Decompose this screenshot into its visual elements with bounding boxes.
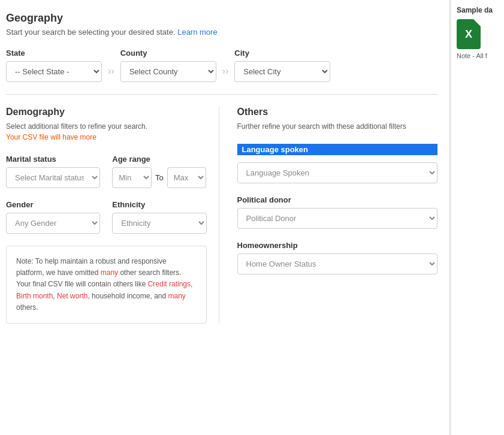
learn-more-link[interactable]: Learn more (177, 28, 217, 37)
excel-letter: X (465, 28, 472, 41)
age-range-label: Age range (112, 155, 206, 164)
note-many1: many (101, 268, 118, 277)
homeownership-label: Homeownership (237, 241, 438, 250)
left-panel: Geography Start your search be selecting… (0, 0, 450, 435)
note-all-label: Note - All f (457, 52, 498, 59)
demography-desc-line1: Select additional filters to refine your… (6, 122, 147, 131)
geography-desc-text: Start your search be selecting your desi… (6, 28, 176, 37)
two-col-section: Demography Select additional filters to … (6, 107, 437, 324)
note-many2: many (168, 292, 185, 300)
ethnicity-select[interactable]: Ethnicity (112, 213, 206, 234)
note-suffix: others. (16, 303, 38, 312)
demography-section: Demography Select additional filters to … (6, 107, 219, 324)
language-spoken-field: Language spoken Language Spoken (237, 144, 438, 183)
ethnicity-label: Ethnicity (112, 200, 206, 209)
state-label: State (6, 49, 102, 58)
ethnicity-field: Ethnicity Ethnicity (112, 200, 206, 234)
note-net: Net worth (57, 292, 87, 300)
others-section: Others Further refine your search with t… (231, 107, 438, 324)
note-box: Note: To help maintain a robust and resp… (6, 246, 207, 324)
age-max-select[interactable]: Max (167, 167, 207, 188)
geography-description: Start your search be selecting your desi… (6, 28, 437, 37)
political-donor-select[interactable]: Political Donor (237, 208, 438, 229)
arrow-separator-1: ›› (108, 66, 114, 77)
note-comma3: , household income, and (87, 292, 168, 300)
note-birth: Birth month (16, 292, 53, 300)
others-title: Others (237, 107, 438, 117)
sample-data-title: Sample da (457, 6, 498, 14)
demography-desc: Select additional filters to refine your… (6, 121, 207, 143)
gender-select[interactable]: Any Gender (6, 213, 100, 234)
others-desc: Further refine your search with these ad… (237, 121, 438, 132)
arrow-separator-2: ›› (222, 66, 229, 77)
state-field: State -- Select State - (6, 49, 102, 82)
marital-status-select[interactable]: Select Marital status (6, 167, 100, 188)
geography-title: Geography (6, 12, 437, 25)
gender-label: Gender (6, 200, 100, 209)
main-layout: Geography Start your search be selecting… (0, 0, 504, 435)
marital-status-field: Marital status Select Marital status (6, 155, 100, 188)
county-field: County Select County (120, 49, 216, 82)
homeownership-field: Homeownership Home Owner Status (237, 241, 438, 274)
marital-age-row: Marital status Select Marital status Age… (6, 155, 207, 188)
sample-data-label: Sample da (457, 6, 493, 14)
age-range-field: Age range Min To Max (112, 155, 206, 188)
note-comma1: , (191, 280, 192, 288)
demography-desc-line2: Your CSV file will have more (6, 133, 96, 141)
age-min-select[interactable]: Min (112, 167, 152, 188)
political-donor-field: Political donor Political Donor (237, 195, 438, 229)
city-select[interactable]: Select City (234, 61, 330, 82)
county-label: County (120, 49, 216, 58)
demography-title: Demography (6, 107, 207, 117)
city-field: City Select City (234, 49, 330, 82)
section-divider (6, 94, 437, 95)
language-spoken-label: Language spoken (237, 144, 438, 155)
excel-icon: X (457, 19, 481, 49)
note-credit: Credit ratings (148, 280, 191, 288)
homeownership-select[interactable]: Home Owner Status (237, 253, 438, 274)
gender-field: Gender Any Gender (6, 200, 100, 234)
age-range-inputs: Min To Max (112, 167, 206, 188)
language-spoken-select[interactable]: Language Spoken (237, 162, 438, 183)
age-to-label: To (155, 173, 164, 182)
state-select[interactable]: -- Select State - (6, 61, 102, 82)
city-label: City (234, 49, 330, 58)
right-panel: Sample da X Note - All f (450, 0, 504, 435)
marital-status-label: Marital status (6, 155, 100, 164)
political-donor-label: Political donor (237, 195, 438, 204)
county-select[interactable]: Select County (120, 61, 216, 82)
geography-row: State -- Select State - ›› County Select… (6, 49, 437, 82)
gender-ethnicity-row: Gender Any Gender Ethnicity Ethnicity (6, 200, 207, 234)
